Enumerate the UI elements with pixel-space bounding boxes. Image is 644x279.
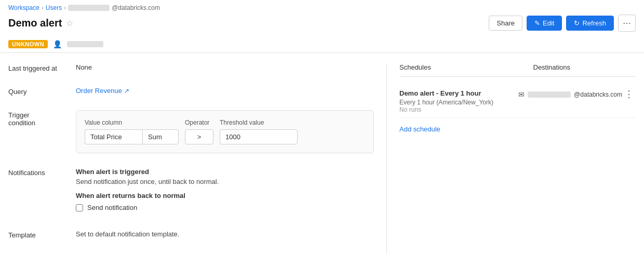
main-content: Last triggered at None Query Order Reven… bbox=[0, 53, 644, 264]
person-icon: 👤 bbox=[53, 40, 62, 48]
refresh-button[interactable]: ↻ Refresh bbox=[566, 16, 614, 31]
schedule-noruns: No runs bbox=[399, 106, 518, 113]
notif-normal-section: When alert returns back to normal Send n… bbox=[76, 192, 374, 211]
breadcrumb-sep2: › bbox=[64, 4, 66, 11]
trigger-value: Value column Operator Threshold value bbox=[76, 110, 374, 153]
breadcrumb-sep1: › bbox=[42, 4, 44, 11]
schedule-item: Demo alert - Every 1 hour Every 1 hour (… bbox=[399, 85, 636, 118]
notifications-row: Notifications When alert is triggered Se… bbox=[8, 168, 374, 216]
trigger-condition-row: Trigger condition Value column Operator bbox=[8, 110, 374, 153]
notif-normal-checkbox-label: Send notification bbox=[87, 204, 137, 211]
value-column-agg-input[interactable] bbox=[142, 129, 179, 144]
trigger-box: Value column Operator Threshold value bbox=[76, 110, 374, 153]
breadcrumb-user-blur bbox=[68, 5, 110, 11]
operator-col: Operator bbox=[185, 119, 213, 144]
more-button[interactable]: ⋯ bbox=[618, 15, 636, 32]
external-link-icon: ↗ bbox=[124, 87, 129, 95]
status-row: UNKNOWN 👤 bbox=[8, 36, 636, 52]
query-link[interactable]: Order Revenue ↗ bbox=[76, 87, 374, 95]
email-icon: ✉ bbox=[518, 90, 525, 99]
value-column-label: Value column bbox=[85, 119, 179, 126]
notifications-value: When alert is triggered Send notificatio… bbox=[76, 168, 374, 216]
value-column-input[interactable] bbox=[85, 129, 142, 144]
destinations-header: Destinations bbox=[533, 63, 636, 76]
breadcrumb-workspace[interactable]: Workspace bbox=[8, 4, 39, 11]
add-schedule-link[interactable]: Add schedule bbox=[399, 125, 440, 133]
threshold-input[interactable] bbox=[220, 129, 298, 144]
value-column-inputs bbox=[85, 129, 179, 144]
edit-button[interactable]: ✎ Edit bbox=[527, 16, 562, 31]
template-label: Template bbox=[8, 230, 76, 239]
right-panel: Schedules Destinations Demo alert - Ever… bbox=[386, 63, 636, 254]
notif-triggered-section: When alert is triggered Send notificatio… bbox=[76, 168, 374, 185]
star-icon[interactable]: ☆ bbox=[66, 18, 73, 28]
schedule-more-button[interactable]: ⋮ bbox=[622, 89, 636, 99]
edit-icon: ✎ bbox=[534, 19, 540, 27]
top-bar: Workspace › Users › @databricks.com Demo… bbox=[0, 0, 644, 53]
notif-triggered-heading: When alert is triggered bbox=[76, 168, 374, 176]
last-triggered-label: Last triggered at bbox=[8, 63, 76, 72]
query-row: Query Order Revenue ↗ bbox=[8, 87, 374, 96]
left-panel: Last triggered at None Query Order Reven… bbox=[8, 63, 386, 254]
template-row: Template Set to default notification tem… bbox=[8, 230, 374, 239]
breadcrumb: Workspace › Users › @databricks.com bbox=[8, 4, 636, 11]
last-triggered-value: None bbox=[76, 63, 374, 71]
operator-input[interactable] bbox=[185, 129, 213, 144]
breadcrumb-users[interactable]: Users bbox=[46, 4, 62, 11]
page-title: Demo alert bbox=[8, 17, 62, 29]
schedules-header: Schedules bbox=[399, 63, 502, 76]
schedule-info: Demo alert - Every 1 hour Every 1 hour (… bbox=[399, 89, 518, 113]
trigger-columns: Value column Operator Threshold value bbox=[85, 119, 365, 144]
user-name-blur bbox=[67, 41, 103, 47]
query-value: Order Revenue ↗ bbox=[76, 87, 374, 95]
schedule-title: Demo alert - Every 1 hour bbox=[399, 89, 518, 97]
threshold-col: Threshold value bbox=[220, 119, 298, 144]
notif-normal-heading: When alert returns back to normal bbox=[76, 192, 374, 200]
destination-cell: ✉ @databricks.com bbox=[518, 89, 622, 99]
breadcrumb-domain: @databricks.com bbox=[112, 4, 160, 11]
last-triggered-row: Last triggered at None bbox=[8, 63, 374, 72]
template-value: Set to default notification template. bbox=[76, 230, 374, 238]
operator-label: Operator bbox=[185, 119, 213, 126]
title-actions: Share ✎ Edit ↻ Refresh ⋯ bbox=[489, 15, 636, 32]
schedule-sub: Every 1 hour (America/New_York) bbox=[399, 99, 518, 106]
trigger-label: Trigger condition bbox=[8, 110, 76, 127]
title-row: Demo alert ☆ Share ✎ Edit ↻ Refresh ⋯ bbox=[8, 15, 636, 36]
title-left: Demo alert ☆ bbox=[8, 17, 73, 29]
threshold-label: Threshold value bbox=[220, 119, 298, 126]
share-button[interactable]: Share bbox=[489, 16, 522, 31]
query-label: Query bbox=[8, 87, 76, 96]
destination-domain: @databricks.com bbox=[574, 91, 622, 98]
notifications-label: Notifications bbox=[8, 168, 76, 177]
status-badge: UNKNOWN bbox=[8, 40, 48, 48]
notif-normal-checkbox[interactable] bbox=[76, 204, 83, 211]
refresh-icon: ↻ bbox=[574, 19, 580, 27]
destination-blur bbox=[528, 91, 571, 98]
value-column-col: Value column bbox=[85, 119, 179, 144]
notif-triggered-text: Send notification just once, until back … bbox=[76, 178, 374, 185]
rp-header: Schedules Destinations bbox=[399, 63, 636, 77]
notif-normal-checkbox-row: Send notification bbox=[76, 204, 374, 211]
